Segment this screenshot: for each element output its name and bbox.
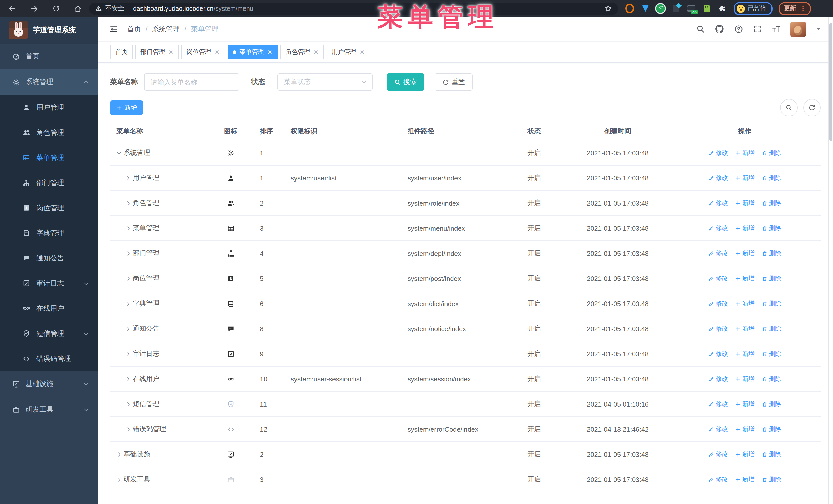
sidebar-item-infra[interactable]: 基础设施 [0, 371, 98, 397]
browser-home-icon[interactable] [74, 4, 82, 13]
tab-close-icon[interactable] [359, 49, 365, 55]
sidebar-item-dict[interactable]: 字典管理 [0, 220, 98, 246]
extension-diamond-icon[interactable] [671, 4, 680, 13]
expand-arrow-icon[interactable] [125, 275, 131, 281]
security-warning[interactable]: 不安全 [95, 4, 124, 13]
reset-button[interactable]: 重置 [435, 73, 473, 91]
sidebar-item-code[interactable]: 错误码管理 [0, 346, 98, 371]
extension-check-icon[interactable] [656, 4, 665, 13]
sidebar-item-users[interactable]: 角色管理 [0, 120, 98, 145]
menu-name-input[interactable] [144, 73, 239, 91]
extension-gem-icon[interactable] [641, 4, 649, 13]
sidebar-item-online[interactable]: 在线用户 [0, 296, 98, 321]
expand-arrow-icon[interactable] [125, 401, 131, 407]
edit-link[interactable]: 修改 [709, 450, 728, 459]
extension-bot-icon[interactable] [702, 4, 711, 13]
delete-link[interactable]: 删除 [762, 350, 781, 358]
page-tab[interactable]: 用户管理 [327, 44, 370, 59]
sidebar-item-tree[interactable]: 部门管理 [0, 170, 98, 195]
header-search-icon[interactable] [696, 25, 705, 33]
add-link[interactable]: 新增 [735, 400, 755, 408]
expand-arrow-icon[interactable] [125, 351, 131, 357]
expand-arrow-icon[interactable] [125, 250, 131, 256]
extensions-puzzle-icon[interactable] [718, 4, 727, 13]
edit-link[interactable]: 修改 [709, 350, 728, 358]
search-button[interactable]: 搜索 [386, 73, 425, 91]
font-size-icon[interactable] [771, 24, 781, 33]
edit-link[interactable]: 修改 [709, 274, 728, 283]
add-link[interactable]: 新增 [735, 450, 755, 459]
sidebar-item-notice[interactable]: 通知公告 [0, 246, 98, 271]
add-link[interactable]: 新增 [735, 199, 755, 208]
scrollbar-thumb[interactable] [829, 23, 832, 141]
page-tab[interactable]: 岗位管理 [182, 44, 225, 59]
page-tab[interactable]: 角色管理 [280, 44, 324, 59]
expand-arrow-icon[interactable] [125, 200, 131, 206]
sidebar-item-log[interactable]: 审计日志 [0, 271, 98, 296]
expand-arrow-icon[interactable] [125, 301, 131, 306]
paused-profile-badge[interactable]: 已暂停 [734, 2, 772, 15]
expand-arrow-icon[interactable] [125, 326, 131, 332]
sidebar-item-tool[interactable]: 研发工具 [0, 397, 98, 423]
add-link[interactable]: 新增 [735, 375, 755, 383]
delete-link[interactable]: 删除 [762, 299, 781, 308]
add-link[interactable]: 新增 [735, 224, 755, 233]
add-link[interactable]: 新增 [735, 425, 755, 433]
collapse-sidebar-icon[interactable] [109, 24, 118, 33]
app-logo[interactable]: 芋道管理系统 [0, 17, 98, 44]
delete-link[interactable]: 删除 [762, 274, 781, 283]
expand-arrow-icon[interactable] [116, 150, 122, 155]
delete-link[interactable]: 删除 [762, 199, 781, 208]
user-avatar[interactable] [790, 21, 806, 37]
breadcrumb-home[interactable]: 首页 [127, 24, 141, 33]
tab-close-icon[interactable] [267, 49, 273, 55]
page-tab[interactable]: 首页 [110, 44, 133, 59]
expand-arrow-icon[interactable] [116, 477, 122, 482]
fullscreen-icon[interactable] [753, 25, 762, 33]
page-tab[interactable]: 部门管理 [135, 44, 179, 59]
status-select[interactable]: 菜单状态 [277, 73, 373, 91]
edit-link[interactable]: 修改 [709, 249, 728, 258]
sidebar-item-post[interactable]: 岗位管理 [0, 195, 98, 220]
github-icon[interactable] [715, 24, 724, 34]
extension-on-icon[interactable]: on [687, 4, 696, 13]
edit-link[interactable]: 修改 [709, 199, 728, 208]
add-link[interactable]: 新增 [735, 148, 755, 157]
add-button[interactable]: 新增 [110, 100, 143, 115]
delete-link[interactable]: 删除 [762, 224, 781, 233]
page-tab[interactable]: 菜单管理 [228, 44, 278, 59]
add-link[interactable]: 新增 [735, 324, 755, 333]
browser-update-button[interactable]: 更新 ⋮ [779, 2, 811, 15]
sidebar-item-menu[interactable]: 菜单管理 [0, 145, 98, 170]
tab-close-icon[interactable] [168, 49, 174, 55]
edit-link[interactable]: 修改 [709, 173, 728, 182]
edit-link[interactable]: 修改 [709, 425, 728, 433]
address-bar[interactable]: 不安全 dashboard.yudao.iocoder.cn/system/me… [89, 2, 618, 15]
add-link[interactable]: 新增 [735, 299, 755, 308]
browser-back-icon[interactable] [8, 4, 17, 13]
sidebar-item-user[interactable]: 用户管理 [0, 95, 98, 120]
delete-link[interactable]: 删除 [762, 173, 781, 182]
edit-link[interactable]: 修改 [709, 475, 728, 484]
expand-arrow-icon[interactable] [116, 452, 122, 457]
tab-close-icon[interactable] [313, 49, 319, 55]
browser-reload-icon[interactable] [52, 5, 60, 12]
delete-link[interactable]: 删除 [762, 450, 781, 459]
expand-arrow-icon[interactable] [125, 426, 131, 432]
delete-link[interactable]: 删除 [762, 148, 781, 157]
delete-link[interactable]: 删除 [762, 375, 781, 383]
show-search-circle-button[interactable] [780, 99, 798, 116]
add-link[interactable]: 新增 [735, 350, 755, 358]
delete-link[interactable]: 删除 [762, 400, 781, 408]
scrollbar[interactable] [828, 17, 833, 504]
help-icon[interactable] [734, 24, 743, 33]
bookmark-star-icon[interactable] [604, 5, 612, 12]
refresh-circle-button[interactable] [803, 99, 821, 116]
browser-menu-icon[interactable]: ⋮ [800, 6, 806, 11]
edit-link[interactable]: 修改 [709, 299, 728, 308]
breadcrumb-system[interactable]: 系统管理 [152, 24, 180, 33]
add-link[interactable]: 新增 [735, 173, 755, 182]
sidebar-item-sms[interactable]: 短信管理 [0, 321, 98, 346]
expand-arrow-icon[interactable] [125, 225, 131, 231]
add-link[interactable]: 新增 [735, 274, 755, 283]
